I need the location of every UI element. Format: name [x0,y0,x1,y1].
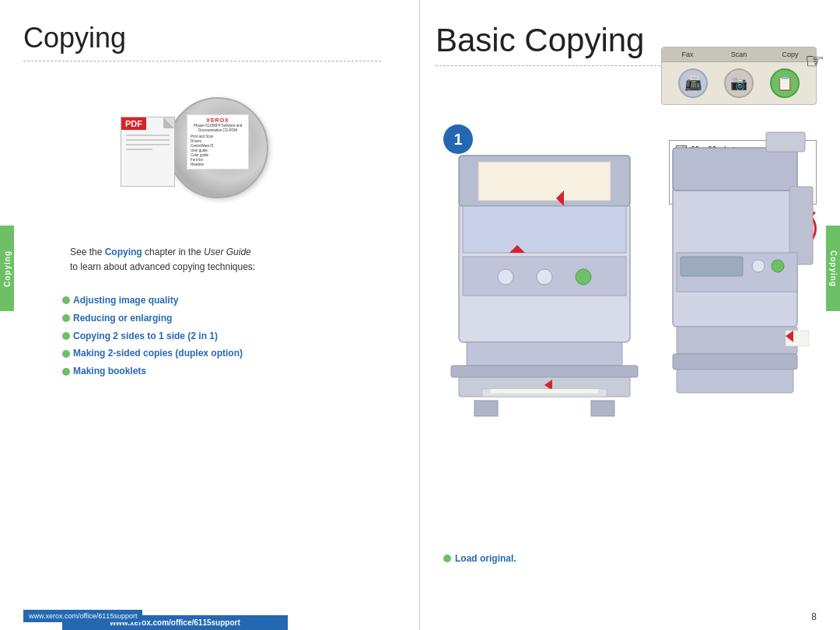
fax-icon: 📠 [684,75,702,92]
control-panel: Fax Scan Copy 📠 📷 📋 [661,47,817,105]
svg-rect-30 [677,369,793,393]
left-page-title: Copying [23,22,381,61]
cd-detail-6: Font list [191,158,245,162]
cd-text-line1: Phaser 6115MFP Software and [191,124,245,128]
svg-rect-3 [463,206,626,253]
list-item-1[interactable]: Adjusting image quality [62,292,243,310]
svg-rect-16 [474,401,498,416]
load-original-text: Load original. [443,553,516,564]
hand-pointer-icon: ☞ [805,48,824,74]
footer-url-left: www.xerox.com/office/6115support [23,610,142,622]
copy-techniques-list: Adjusting image quality Reducing or enla… [62,292,243,380]
svg-rect-2 [478,162,611,201]
cd-detail-7: Readme [191,163,245,166]
printer-illustration-left [436,124,653,420]
page-number: 8 [811,611,817,622]
svg-rect-23 [681,257,743,276]
side-tab-left: Copying [0,226,14,311]
svg-rect-11 [451,366,638,377]
panel-buttons: 📠 📷 📋 [662,62,816,104]
svg-point-6 [537,269,552,285]
copy-icon: 📋 [776,75,793,92]
cd-detail-5: Color guide [191,153,245,157]
svg-point-7 [576,269,591,285]
list-item-4[interactable]: Making 2-sided copies (duplex option) [62,345,243,362]
xerox-logo: XEROX [191,117,245,123]
list-item-5[interactable]: Making booklets [62,362,243,380]
svg-rect-10 [467,342,622,366]
printer-illustration-right [665,124,821,404]
list-item-2[interactable]: Reducing or enlarging [62,310,243,327]
svg-rect-29 [673,354,797,369]
list-item-3[interactable]: Copying 2 sides to 1 side (2 in 1) [62,327,243,345]
side-tab-right-label: Copying [829,250,838,287]
intro-text-chapter: chapter in the [142,247,204,257]
copy-button[interactable]: 📋 [770,68,800,98]
cd-detail-4: User guide [191,149,245,152]
cd-illustration-area: PDF XEROX Phaser 6115MFP Software and Do… [62,78,327,218]
left-page: Copying Copying PDF XEROX Phaser 6115MFP… [0,0,420,630]
side-tab-left-label: Copying [3,250,12,287]
svg-rect-19 [673,148,797,191]
svg-rect-17 [591,401,614,416]
cd-detail-3: CentreWare IS [191,144,245,148]
pdf-icon: PDF [121,109,183,187]
svg-point-25 [772,260,784,272]
pdf-badge: PDF [121,117,146,130]
intro-italic: User Guide [204,247,251,257]
cd-detail-1: Print and Scan [191,135,245,138]
intro-text: See the Copying chapter in the User Guid… [70,245,358,275]
pdf-document: PDF [121,117,175,187]
scan-icon: 📷 [730,75,747,92]
svg-rect-26 [677,327,797,354]
tab-scan: Scan [713,49,765,60]
fax-button[interactable]: 📠 [678,68,708,98]
intro-text-learn: to learn about advanced copying techniqu… [70,261,255,272]
panel-tabs: Fax Scan Copy [662,47,816,62]
cd-label: XEROX Phaser 6115MFP Software and Docume… [187,114,249,170]
load-original-label: Load original. [455,553,516,564]
right-page: Copying Basic Copying Fax Scan Copy 📠 📷 … [420,0,840,630]
cd-text-line2: Documentation CD-ROM [191,128,245,132]
scan-button[interactable]: 📷 [724,68,754,98]
svg-point-5 [498,269,513,285]
svg-rect-20 [766,132,805,152]
svg-point-24 [752,260,765,272]
tab-fax: Fax [662,49,713,60]
side-tab-right: Copying [826,226,840,311]
intro-text-see: See the [70,247,105,257]
svg-rect-15 [490,389,599,394]
cd-detail-2: Drivers [191,139,245,143]
intro-link[interactable]: Copying [105,247,142,257]
